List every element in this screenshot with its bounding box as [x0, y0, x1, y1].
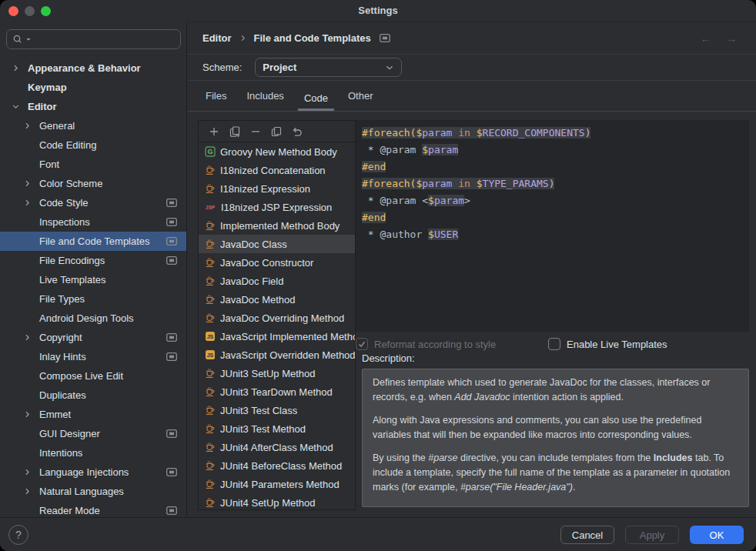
code-line: * @param $param — [362, 142, 749, 159]
search-history-caret-icon[interactable] — [25, 36, 32, 42]
template-item-junit3-teardown-method[interactable]: JUnit3 TearDown Method — [199, 382, 355, 401]
ok-button[interactable]: OK — [690, 526, 744, 544]
template-item-implemented-method-body[interactable]: Implemented Method Body — [199, 216, 355, 235]
sidebar-item-keymap[interactable]: Keymap — [0, 78, 186, 97]
copy-template-button[interactable] — [266, 123, 286, 140]
chevron-right-icon[interactable] — [22, 179, 32, 188]
sidebar-item-label: Compose Live Edit — [39, 370, 123, 382]
close-button[interactable] — [8, 6, 18, 16]
template-item-junit4-parameters-method[interactable]: JUnit4 Parameters Method — [199, 475, 355, 493]
chevron-right-icon[interactable] — [22, 468, 32, 476]
description-paragraph: By using the #parse directive, you can i… — [373, 451, 738, 495]
tab-files[interactable]: Files — [199, 90, 232, 111]
sidebar-item-duplicates[interactable]: Duplicates — [0, 386, 186, 405]
java-file-icon — [204, 497, 216, 508]
template-item-junit3-test-method[interactable]: JUnit3 Test Method — [199, 419, 355, 438]
sidebar-item-gui-designer[interactable]: GUI Designer — [0, 424, 186, 443]
java-file-icon — [204, 165, 216, 175]
chevron-right-icon[interactable] — [10, 64, 21, 72]
template-item-i18nized-concatenation[interactable]: I18nized Concatenation — [199, 161, 355, 179]
create-child-template-button[interactable] — [224, 123, 245, 140]
reset-to-default-button[interactable] — [286, 123, 307, 140]
tab-includes[interactable]: Includes — [240, 90, 289, 111]
template-item-label: JavaScript Overridden Method Body — [220, 349, 355, 361]
chevron-down-icon[interactable] — [10, 102, 21, 111]
tab-other[interactable]: Other — [342, 90, 380, 111]
sidebar-item-label: Keymap — [28, 82, 67, 93]
scheme-row: Scheme: Project — [188, 55, 756, 81]
sidebar-item-android-design-tools[interactable]: Android Design Tools — [0, 309, 186, 328]
template-item-javadoc-method[interactable]: JavaDoc Method — [199, 290, 355, 309]
java-file-icon — [204, 183, 216, 194]
template-list-panel: GGroovy New Method BodyI18nized Concaten… — [198, 120, 356, 510]
search-input[interactable] — [6, 29, 181, 49]
sidebar-item-intentions[interactable]: Intentions — [0, 443, 186, 463]
sidebar-item-code-style[interactable]: Code Style — [0, 193, 186, 212]
remove-template-button[interactable] — [245, 123, 266, 140]
sidebar-item-file-and-code-templates[interactable]: File and Code Templates — [0, 232, 186, 251]
template-item-javascript-implemented-method-body[interactable]: JSJavaScript Implemented Method Body — [199, 327, 355, 346]
enable-live-templates-checkbox[interactable]: Enable Live Templates — [548, 338, 667, 350]
reformat-checkbox[interactable]: Reformat according to style — [356, 338, 496, 350]
apply-button[interactable]: Apply — [625, 526, 679, 544]
template-item-javascript-overridden-method-body[interactable]: JSJavaScript Overridden Method Body — [199, 346, 355, 364]
zoom-button[interactable] — [41, 6, 51, 16]
sidebar-item-compose-live-edit[interactable]: Compose Live Edit — [0, 366, 186, 386]
template-item-i18nized-jsp-expression[interactable]: JSPI18nized JSP Expression — [199, 198, 355, 216]
sidebar-item-appearance-behavior[interactable]: Appearance & Behavior — [0, 58, 186, 78]
template-editor[interactable]: #foreach($param in $RECORD_COMPONENTS) *… — [356, 120, 749, 332]
template-item-javadoc-overriding-method[interactable]: JavaDoc Overriding Method — [199, 309, 355, 327]
breadcrumb: Editor File and Code Templates ← → — [188, 22, 756, 55]
sidebar-item-color-scheme[interactable]: Color Scheme — [0, 174, 186, 193]
scheme-dropdown-value: Project — [263, 62, 296, 73]
minimize-button[interactable] — [25, 6, 35, 16]
template-item-label: I18nized JSP Expression — [221, 202, 332, 213]
sidebar-item-inlay-hints[interactable]: Inlay Hints — [0, 347, 186, 366]
options-row: Reformat according to style Enable Live … — [356, 336, 749, 352]
chevron-right-icon[interactable] — [22, 122, 32, 130]
sidebar-item-reader-mode[interactable]: Reader Mode — [0, 501, 186, 517]
chevron-right-icon[interactable] — [22, 333, 32, 342]
template-item-javadoc-constructor[interactable]: JavaDoc Constructor — [199, 253, 355, 272]
template-item-junit3-test-class[interactable]: JUnit3 Test Class — [199, 401, 355, 419]
sidebar-item-file-types[interactable]: File Types — [0, 289, 186, 309]
back-button[interactable]: ← — [700, 32, 712, 45]
sidebar-item-copyright[interactable]: Copyright — [0, 328, 186, 347]
cancel-button[interactable]: Cancel — [560, 526, 614, 544]
template-item-groovy-new-method-body[interactable]: GGroovy New Method Body — [199, 142, 355, 161]
sidebar-item-label: GUI Designer — [39, 428, 100, 439]
sidebar-item-file-encodings[interactable]: File Encodings — [0, 251, 186, 270]
help-button[interactable]: ? — [8, 525, 28, 545]
code-line: * @author $USER — [362, 226, 749, 243]
sidebar-item-emmet[interactable]: Emmet — [0, 405, 186, 424]
sidebar-item-editor[interactable]: Editor — [0, 97, 186, 116]
sidebar-item-label: Inlay Hints — [39, 351, 86, 362]
add-template-button[interactable] — [203, 123, 224, 140]
chevron-right-icon[interactable] — [22, 487, 32, 496]
template-item-javadoc-field[interactable]: JavaDoc Field — [199, 272, 355, 290]
sidebar-item-label: File Encodings — [39, 255, 105, 266]
reformat-checkbox-label: Reformat according to style — [374, 339, 496, 350]
template-item-junit3-setup-method[interactable]: JUnit3 SetUp Method — [199, 364, 355, 382]
sidebar-item-language-injections[interactable]: Language Injections — [0, 463, 186, 482]
sidebar-item-natural-languages[interactable]: Natural Languages — [0, 482, 186, 501]
chevron-right-icon[interactable] — [22, 410, 32, 419]
template-item-junit4-beforeclass-method[interactable]: JUnit4 BeforeClass Method — [199, 456, 355, 475]
sidebar-item-live-templates[interactable]: Live Templates — [0, 270, 186, 289]
sidebar-item-font[interactable]: Font — [0, 155, 186, 174]
scheme-dropdown[interactable]: Project — [255, 58, 402, 77]
template-item-junit4-setup-method[interactable]: JUnit4 SetUp Method — [199, 493, 355, 510]
template-item-javadoc-class[interactable]: JavaDoc Class — [199, 235, 355, 253]
java-file-icon — [204, 220, 216, 231]
template-item-junit4-afterclass-method[interactable]: JUnit4 AfterClass Method — [199, 438, 355, 456]
breadcrumb-editor[interactable]: Editor — [202, 32, 232, 44]
chevron-right-icon[interactable] — [22, 199, 32, 207]
tab-code[interactable]: Code — [298, 92, 334, 111]
sidebar-item-code-editing[interactable]: Code Editing — [0, 135, 186, 155]
forward-button[interactable]: → — [725, 32, 738, 45]
sidebar-item-general[interactable]: General — [0, 116, 186, 135]
sidebar-item-inspections[interactable]: Inspections — [0, 212, 186, 232]
sidebar-item-label: Code Editing — [39, 139, 96, 151]
settings-tree: Appearance & BehaviorKeymapEditorGeneral… — [0, 58, 186, 517]
template-item-i18nized-expression[interactable]: I18nized Expression — [199, 179, 355, 198]
